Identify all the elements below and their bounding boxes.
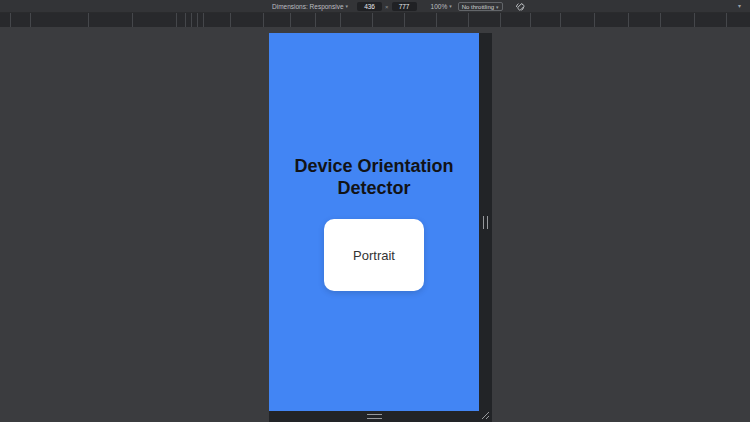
chevron-down-icon: ▾	[346, 0, 349, 13]
orientation-status: Portrait	[353, 248, 395, 263]
chevron-down-icon: ▾	[449, 0, 452, 13]
device-mode-canvas: Device Orientation Detector Portrait	[0, 27, 750, 422]
ruler	[0, 13, 750, 27]
throttling-value: No throttling	[462, 3, 494, 11]
device-toolbar: Dimensions: Responsive ▾ × 100% ▾ No thr…	[0, 0, 750, 13]
horizontal-grip-icon	[367, 414, 382, 419]
page-title: Device Orientation Detector	[277, 155, 471, 199]
viewport-width-input[interactable]	[357, 2, 382, 11]
zoom-dropdown[interactable]: 100%	[431, 0, 448, 13]
corner-resize-icon[interactable]	[481, 411, 490, 420]
rotate-viewport-button[interactable]	[515, 1, 526, 12]
screen-rotation-icon	[515, 2, 525, 12]
viewport-resize-handle-bottom[interactable]	[269, 411, 492, 422]
orientation-card: Portrait	[324, 219, 424, 291]
throttling-dropdown[interactable]: No throttling ▾	[458, 2, 503, 11]
dimensions-dropdown[interactable]: Dimensions: Responsive	[272, 0, 344, 13]
device-toolbar-controls: Dimensions: Responsive ▾ × 100% ▾ No thr…	[272, 0, 526, 13]
vertical-grip-icon	[483, 216, 488, 229]
dimension-separator: ×	[385, 4, 389, 10]
viewport-resize-handle-right[interactable]	[479, 33, 492, 411]
viewport-height-input[interactable]	[392, 2, 417, 11]
device-viewport: Device Orientation Detector Portrait	[269, 33, 479, 411]
more-options-icon[interactable]: ▾	[738, 0, 741, 13]
chevron-down-icon: ▾	[496, 3, 499, 11]
